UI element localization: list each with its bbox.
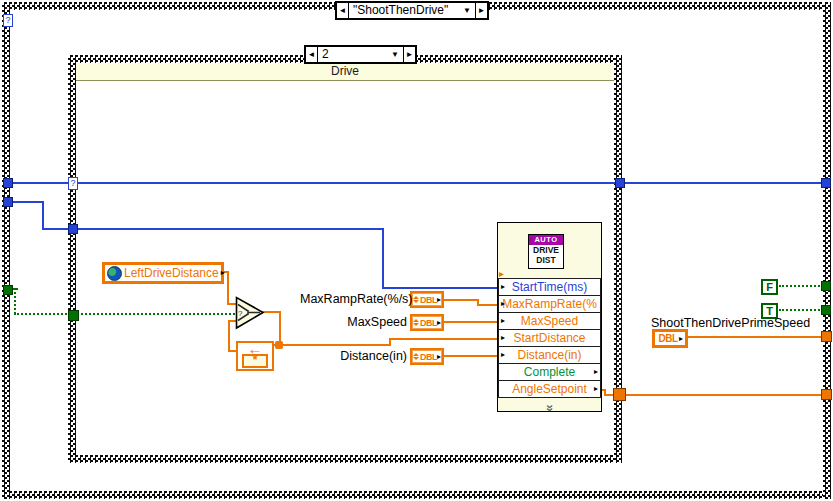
globe-icon bbox=[107, 266, 122, 281]
dbl-type-label: DBL bbox=[420, 295, 437, 305]
wire-distance[interactable] bbox=[443, 355, 498, 357]
tunnel-dbl-out[interactable] bbox=[821, 389, 832, 400]
wire-bool-select[interactable] bbox=[14, 313, 238, 315]
feedback-node[interactable]: ← * bbox=[236, 341, 274, 371]
tunnel-blue-in[interactable] bbox=[3, 197, 13, 207]
select-s-glyph: ? bbox=[238, 309, 243, 318]
tunnel-dbl-out[interactable] bbox=[821, 331, 832, 342]
tunnel-blue-in[interactable] bbox=[3, 178, 13, 188]
inner-case-selector[interactable]: ◄ 2 ▼ ► bbox=[305, 46, 416, 63]
terminal-label: StartTime(ms) bbox=[512, 280, 588, 294]
outer-case-border-left[interactable] bbox=[2, 2, 10, 499]
terminal-label: AngleSetpoint bbox=[512, 382, 587, 396]
subvi-icon-banner: AUTO bbox=[529, 235, 563, 245]
tunnel-unwired[interactable]: ? bbox=[68, 177, 78, 190]
wire-blue-starttime[interactable] bbox=[382, 228, 384, 289]
tunnel-bool-out[interactable] bbox=[821, 305, 831, 315]
dbl-type-label: DBL bbox=[420, 318, 437, 328]
wire-junction-dot[interactable] bbox=[275, 341, 283, 349]
labview-block-diagram: Drive ? ? ◄ "ShootThenD bbox=[0, 0, 833, 501]
dbl-type-label: DBL bbox=[420, 352, 437, 362]
subvi-drive-dist[interactable]: AUTO DRIVE DIST ▸ ▸ StartTime(ms) ▸ MaxR… bbox=[497, 222, 602, 412]
tunnel-blue-in[interactable] bbox=[68, 224, 78, 234]
input-arrow-icon: ▸ bbox=[501, 296, 505, 312]
case-dropdown-arrow[interactable]: ▼ bbox=[391, 47, 403, 62]
subvi-icon-line1: DRIVE bbox=[529, 245, 563, 255]
terminal-startdistance[interactable]: ▸ StartDistance bbox=[498, 329, 601, 347]
output-arrow-icon: ▸ bbox=[221, 268, 225, 278]
next-case-arrow[interactable]: ► bbox=[403, 47, 415, 62]
terminal-distance[interactable]: ▸ Distance(in) bbox=[498, 346, 601, 364]
next-case-arrow[interactable]: ► bbox=[475, 3, 487, 18]
feedback-initializer[interactable]: * bbox=[242, 354, 268, 368]
wire-startdistance[interactable] bbox=[281, 344, 391, 346]
numeric-spinner-icon bbox=[413, 319, 419, 326]
inner-case-border-bottom[interactable] bbox=[68, 455, 622, 463]
subvi-collapse-strip[interactable]: » bbox=[498, 398, 601, 411]
terminal-anglesetpoint[interactable]: AngleSetpoint ▸ bbox=[498, 380, 601, 398]
control-terminal-maxramprate[interactable]: DBL ▸ bbox=[410, 291, 444, 308]
wire-blue-starttime[interactable] bbox=[42, 228, 384, 230]
subvi-icon-line2: DIST bbox=[529, 255, 563, 265]
tunnel-blue-out[interactable] bbox=[821, 178, 831, 188]
output-arrow-icon: ▸ bbox=[594, 364, 598, 380]
control-terminal-distance[interactable]: DBL ▸ bbox=[410, 348, 444, 365]
collapse-chevron-icon: » bbox=[543, 404, 555, 411]
wire-blue-starttime[interactable] bbox=[42, 201, 44, 230]
outer-case-selector[interactable]: ◄ "ShootThenDrive" ▼ ► bbox=[336, 2, 488, 19]
wire-startdistance[interactable] bbox=[389, 338, 498, 340]
wire-maxramprate[interactable] bbox=[477, 304, 498, 306]
numeric-spinner-icon bbox=[413, 353, 419, 360]
input-arrow-icon: ▸ bbox=[501, 313, 505, 329]
inner-case-border-right[interactable] bbox=[614, 55, 622, 463]
subvi-icon[interactable]: AUTO DRIVE DIST bbox=[528, 234, 564, 269]
output-arrow-icon: ▸ bbox=[679, 334, 683, 344]
select-function-node[interactable]: ? bbox=[235, 296, 266, 330]
wire-feedback-loop[interactable] bbox=[228, 320, 230, 352]
wire-bool-false[interactable] bbox=[779, 285, 823, 287]
wire-bool-select[interactable] bbox=[14, 288, 16, 314]
output-arrow-icon: ▸ bbox=[437, 295, 441, 305]
tunnel-bool-in[interactable] bbox=[68, 310, 79, 321]
input-arrow-icon: ▸ bbox=[501, 347, 505, 363]
wire-blue-starttime[interactable] bbox=[382, 287, 498, 289]
output-arrow-icon: ▸ bbox=[437, 352, 441, 362]
global-variable-leftdrivedistance[interactable]: LeftDriveDistance ▸ bbox=[102, 262, 224, 284]
wire-leftdrivedistance[interactable] bbox=[227, 271, 229, 305]
terminal-label: MaxRampRate(% bbox=[502, 297, 597, 311]
terminal-maxspeed[interactable]: ▸ MaxSpeed bbox=[498, 312, 601, 330]
wire-anglesetpoint[interactable] bbox=[625, 394, 823, 396]
outer-case-selector-label: "ShootThenDrive" bbox=[349, 3, 463, 18]
control-terminal-primespeed[interactable]: DBL ▸ bbox=[652, 329, 688, 348]
previous-case-arrow[interactable]: ◄ bbox=[306, 47, 318, 62]
tunnel-unwired[interactable]: ? bbox=[3, 14, 13, 27]
outer-case-border-bottom[interactable] bbox=[2, 491, 831, 499]
case-dropdown-arrow[interactable]: ▼ bbox=[463, 3, 475, 18]
terminal-complete[interactable]: Complete ▸ bbox=[498, 363, 601, 381]
tunnel-bool-out[interactable] bbox=[821, 281, 831, 291]
inner-case-border-left[interactable] bbox=[68, 55, 76, 463]
terminal-starttime[interactable]: ▸ StartTime(ms) bbox=[498, 278, 601, 296]
input-arrow-icon: ▸ bbox=[501, 279, 505, 295]
tunnel-bool-in[interactable] bbox=[3, 285, 13, 295]
wire-blue-passthrough[interactable] bbox=[8, 182, 826, 184]
output-arrow-icon: ▸ bbox=[594, 381, 598, 397]
control-terminal-maxspeed[interactable]: DBL ▸ bbox=[410, 314, 444, 331]
wire-bool-true[interactable] bbox=[779, 309, 823, 311]
false-constant[interactable]: F bbox=[761, 279, 778, 295]
wire-primespeed[interactable] bbox=[688, 336, 823, 338]
previous-case-arrow[interactable]: ◄ bbox=[337, 3, 349, 18]
wire-blue-starttime[interactable] bbox=[8, 201, 44, 203]
outer-case-border-right[interactable] bbox=[823, 2, 831, 499]
subvi-header: AUTO DRIVE DIST ▸ bbox=[498, 223, 601, 279]
output-arrow-icon: ▸ bbox=[437, 318, 441, 328]
terminal-maxramprate[interactable]: ▸ MaxRampRate(% bbox=[498, 295, 601, 313]
wire-maxramprate[interactable] bbox=[443, 299, 479, 301]
terminal-label: StartDistance bbox=[513, 331, 585, 345]
tunnel-blue-out[interactable] bbox=[615, 178, 625, 188]
terminal-label: MaxSpeed bbox=[521, 314, 578, 328]
tunnel-dbl-out[interactable] bbox=[613, 388, 626, 401]
inner-case-selector-label: 2 bbox=[318, 47, 391, 62]
numeric-spinner-icon bbox=[413, 296, 419, 303]
wire-maxspeed[interactable] bbox=[443, 321, 498, 323]
